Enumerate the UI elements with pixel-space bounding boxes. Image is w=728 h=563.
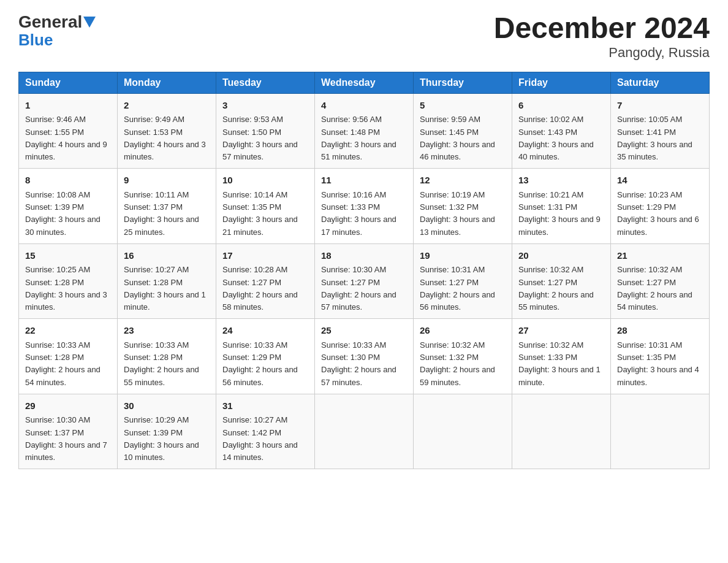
day-number: 20 [518, 249, 604, 263]
sunrise-info: Sunrise: 10:29 AM [124, 415, 189, 424]
calendar-cell [315, 394, 414, 469]
page-header: General Blue December 2024 Pangody, Russ… [18, 12, 710, 61]
day-number: 25 [321, 324, 407, 338]
daylight-info: Daylight: 3 hours and 10 minutes. [124, 440, 199, 462]
daylight-info: Daylight: 3 hours and 17 minutes. [321, 215, 396, 236]
calendar-cell: 26Sunrise: 10:32 AMSunset: 1:32 PMDaylig… [414, 319, 512, 394]
daylight-info: Daylight: 2 hours and 56 minutes. [420, 290, 495, 312]
calendar-cell: 22Sunrise: 10:33 AMSunset: 1:28 PMDaylig… [19, 319, 118, 394]
sunrise-info: Sunrise: 9:59 AM [420, 115, 480, 124]
calendar-cell: 14Sunrise: 10:23 AMSunset: 1:29 PMDaylig… [611, 169, 710, 244]
sunset-info: Sunset: 1:30 PM [321, 353, 380, 362]
calendar-cell: 16Sunrise: 10:27 AMSunset: 1:28 PMDaylig… [118, 243, 216, 319]
day-number: 27 [518, 324, 604, 338]
day-header-tuesday: Tuesday [216, 72, 315, 93]
sunset-info: Sunset: 1:33 PM [518, 353, 577, 362]
calendar-cell: 28Sunrise: 10:31 AMSunset: 1:35 PMDaylig… [611, 319, 710, 394]
day-number: 18 [321, 249, 407, 263]
daylight-info: Daylight: 3 hours and 30 minutes. [25, 215, 100, 236]
calendar-cell [611, 394, 710, 469]
daylight-info: Daylight: 2 hours and 54 minutes. [25, 365, 100, 386]
sunset-info: Sunset: 1:27 PM [617, 278, 676, 287]
sunrise-info: Sunrise: 10:30 AM [25, 415, 90, 424]
sunset-info: Sunset: 1:41 PM [617, 128, 676, 137]
daylight-info: Daylight: 4 hours and 3 minutes. [124, 140, 206, 161]
sunset-info: Sunset: 1:43 PM [518, 128, 577, 137]
sunset-info: Sunset: 1:50 PM [222, 128, 281, 137]
logo-blue-text: Blue [18, 31, 53, 50]
daylight-info: Daylight: 3 hours and 3 minutes. [25, 290, 107, 312]
week-row-2: 8Sunrise: 10:08 AMSunset: 1:39 PMDayligh… [19, 169, 710, 244]
daylight-info: Daylight: 3 hours and 1 minute. [518, 365, 601, 386]
daylight-info: Daylight: 3 hours and 7 minutes. [25, 440, 107, 462]
calendar-cell: 20Sunrise: 10:32 AMSunset: 1:27 PMDaylig… [512, 243, 611, 319]
day-number: 10 [222, 174, 308, 188]
sunrise-info: Sunrise: 10:27 AM [124, 265, 189, 274]
calendar-cell: 19Sunrise: 10:31 AMSunset: 1:27 PMDaylig… [414, 243, 512, 319]
sunrise-info: Sunrise: 9:56 AM [321, 115, 382, 124]
day-header-monday: Monday [118, 72, 216, 93]
day-number: 30 [124, 399, 210, 413]
calendar-cell: 2Sunrise: 9:49 AMSunset: 1:53 PMDaylight… [118, 93, 216, 169]
calendar-table: SundayMondayTuesdayWednesdayThursdayFrid… [18, 72, 710, 470]
calendar-cell: 18Sunrise: 10:30 AMSunset: 1:27 PMDaylig… [315, 243, 414, 319]
day-number: 17 [222, 249, 308, 263]
sunset-info: Sunset: 1:33 PM [321, 202, 380, 212]
daylight-info: Daylight: 3 hours and 51 minutes. [321, 140, 396, 161]
day-header-friday: Friday [512, 72, 611, 93]
sunrise-info: Sunrise: 10:08 AM [25, 190, 90, 199]
title-block: December 2024 Pangody, Russia [494, 12, 710, 61]
daylight-info: Daylight: 3 hours and 1 minute. [124, 290, 206, 312]
daylight-info: Daylight: 3 hours and 14 minutes. [222, 440, 298, 462]
sunset-info: Sunset: 1:37 PM [124, 202, 183, 212]
sunrise-info: Sunrise: 10:32 AM [420, 340, 485, 350]
daylight-info: Daylight: 3 hours and 6 minutes. [617, 215, 699, 236]
daylight-info: Daylight: 2 hours and 55 minutes. [518, 290, 594, 312]
day-number: 24 [222, 324, 308, 338]
day-number: 5 [420, 99, 506, 113]
day-number: 15 [25, 249, 111, 263]
sunrise-info: Sunrise: 9:46 AM [25, 115, 86, 124]
calendar-cell: 12Sunrise: 10:19 AMSunset: 1:32 PMDaylig… [414, 169, 512, 244]
day-number: 22 [25, 324, 111, 338]
day-number: 23 [124, 324, 210, 338]
sunset-info: Sunset: 1:32 PM [420, 202, 479, 212]
day-number: 7 [617, 99, 703, 113]
sunrise-info: Sunrise: 10:32 AM [518, 340, 583, 350]
logo: General Blue [18, 12, 96, 50]
daylight-info: Daylight: 2 hours and 54 minutes. [617, 290, 692, 312]
day-number: 16 [124, 249, 210, 263]
sunrise-info: Sunrise: 10:30 AM [321, 265, 386, 274]
daylight-info: Daylight: 2 hours and 58 minutes. [222, 290, 298, 312]
sunset-info: Sunset: 1:39 PM [124, 428, 183, 437]
logo-general-text: General [18, 12, 82, 32]
calendar-cell: 6Sunrise: 10:02 AMSunset: 1:43 PMDayligh… [512, 93, 611, 169]
day-header-sunday: Sunday [19, 72, 118, 93]
sunset-info: Sunset: 1:35 PM [617, 353, 676, 362]
sunset-info: Sunset: 1:27 PM [420, 278, 479, 287]
sunrise-info: Sunrise: 10:23 AM [617, 190, 682, 199]
daylight-info: Daylight: 3 hours and 46 minutes. [420, 140, 495, 161]
calendar-cell: 27Sunrise: 10:32 AMSunset: 1:33 PMDaylig… [512, 319, 611, 394]
daylight-info: Daylight: 3 hours and 4 minutes. [617, 365, 699, 386]
calendar-cell: 21Sunrise: 10:32 AMSunset: 1:27 PMDaylig… [611, 243, 710, 319]
day-number: 9 [124, 174, 210, 188]
sunset-info: Sunset: 1:39 PM [25, 202, 84, 212]
sunset-info: Sunset: 1:27 PM [518, 278, 577, 287]
daylight-info: Daylight: 3 hours and 21 minutes. [222, 215, 298, 236]
sunset-info: Sunset: 1:31 PM [518, 202, 577, 212]
calendar-subtitle: Pangody, Russia [494, 45, 710, 61]
calendar-cell: 15Sunrise: 10:25 AMSunset: 1:28 PMDaylig… [19, 243, 118, 319]
sunrise-info: Sunrise: 10:19 AM [420, 190, 485, 199]
daylight-info: Daylight: 3 hours and 40 minutes. [518, 140, 594, 161]
calendar-cell: 4Sunrise: 9:56 AMSunset: 1:48 PMDaylight… [315, 93, 414, 169]
sunrise-info: Sunrise: 10:11 AM [124, 190, 189, 199]
logo-arrow-icon [83, 17, 96, 28]
daylight-info: Daylight: 3 hours and 13 minutes. [420, 215, 495, 236]
daylight-info: Daylight: 3 hours and 57 minutes. [222, 140, 298, 161]
sunset-info: Sunset: 1:37 PM [25, 428, 84, 437]
daylight-info: Daylight: 2 hours and 57 minutes. [321, 290, 396, 312]
sunrise-info: Sunrise: 10:33 AM [25, 340, 90, 350]
calendar-cell: 29Sunrise: 10:30 AMSunset: 1:37 PMDaylig… [19, 394, 118, 469]
sunrise-info: Sunrise: 10:33 AM [321, 340, 386, 350]
